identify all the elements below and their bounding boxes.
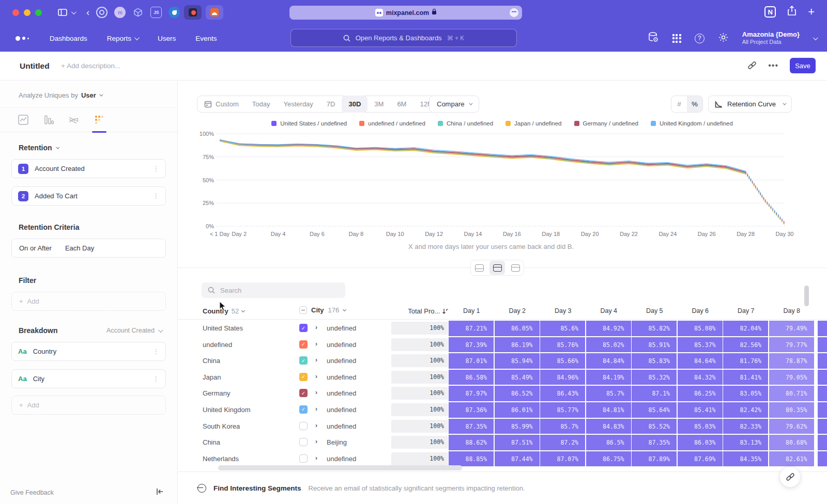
apps-grid-icon[interactable]	[672, 34, 681, 43]
range-7d[interactable]: 7D	[320, 96, 342, 113]
minimize-window-button[interactable]	[24, 9, 30, 16]
retention-cell[interactable]: 87.51%	[495, 435, 540, 450]
retention-cell[interactable]: 87.35%	[449, 419, 494, 434]
retention-cell[interactable]: 84.19%	[586, 370, 631, 385]
day-column-header[interactable]: Day 4	[586, 307, 632, 314]
expand-row-icon[interactable]: ›	[315, 356, 317, 364]
kebab-menu-icon[interactable]: ⋮	[152, 192, 159, 200]
expand-row-icon[interactable]: ›	[315, 405, 317, 413]
retention-cell[interactable]: 87.35%	[632, 435, 677, 450]
retention-cell[interactable]: 86.43%	[540, 386, 585, 401]
retention-cell[interactable]: 84.35%	[723, 451, 768, 467]
breakdown-event-selector[interactable]: Account Created	[106, 327, 162, 334]
tab-retention[interactable]	[93, 111, 106, 129]
nav-users[interactable]: Users	[158, 35, 176, 42]
tab-insights[interactable]	[17, 111, 30, 129]
kebab-menu-icon[interactable]: ⋮	[152, 375, 159, 383]
retention-cell[interactable]: 85.77%	[540, 402, 585, 418]
collapse-sidebar-icon[interactable]	[156, 488, 164, 497]
compare-button[interactable]: Compare	[429, 96, 479, 113]
retention-section-header[interactable]: Retention	[19, 144, 177, 152]
retention-cell[interactable]: 82.56%	[723, 337, 768, 353]
retention-cell[interactable]: 85.08%	[678, 321, 723, 336]
day-column-header[interactable]: Day 3	[540, 307, 586, 314]
retention-cell[interactable]: 88.85%	[449, 451, 494, 467]
day-column-header[interactable]: Day 1	[449, 307, 495, 314]
retention-cell[interactable]: 85.91%	[632, 337, 677, 353]
retention-cell[interactable]: 86.03%	[678, 435, 723, 450]
help-icon[interactable]: ?	[695, 34, 705, 43]
share-link-fab[interactable]	[779, 466, 801, 487]
expand-row-icon[interactable]: ›	[315, 324, 317, 331]
retention-cell[interactable]: 82.04%	[723, 321, 768, 336]
sidebar-toggle-icon[interactable]	[58, 9, 75, 16]
retention-cell[interactable]: 82.42%	[723, 402, 768, 418]
breakdown-property-name[interactable]: Country	[33, 348, 57, 355]
global-search[interactable]: Open Reports & Dashboards ⌘ + K	[290, 29, 517, 47]
retention-cell[interactable]: 86.52%	[495, 386, 540, 401]
mixpanel-logo-icon[interactable]	[16, 36, 29, 41]
column-city[interactable]: City 176	[299, 306, 346, 314]
breakdown-card-country[interactable]: Aa Country ⋮	[11, 342, 166, 361]
step-card-2[interactable]: 2 Added To Cart ⋮	[11, 186, 166, 206]
retention-cell[interactable]: 87.69%	[678, 451, 723, 467]
copy-link-icon[interactable]	[747, 61, 757, 70]
column-total[interactable]: Total Pro...	[391, 307, 448, 315]
close-window-button[interactable]	[12, 9, 19, 16]
row-checkbox[interactable]: ✓	[299, 373, 308, 381]
address-options-icon[interactable]: •••	[510, 8, 518, 17]
tab-flows[interactable]	[67, 111, 81, 129]
retention-cell[interactable]: 85.64%	[632, 402, 677, 418]
retention-cell[interactable]: 84.83%	[586, 419, 631, 434]
retention-cell[interactable]: 87.1%	[632, 386, 677, 401]
expand-row-icon[interactable]: ›	[315, 438, 317, 445]
legend-item[interactable]: undefined / undefined	[359, 120, 425, 127]
retention-cell[interactable]: 87.07%	[540, 451, 585, 467]
retention-cell[interactable]: 86.01%	[495, 402, 540, 418]
retention-cell[interactable]: 85.7%	[540, 419, 585, 434]
retention-cell[interactable]: 85.83%	[632, 353, 677, 369]
legend-item[interactable]: Germany / undefined	[574, 120, 638, 127]
retention-cell[interactable]: 85.52%	[632, 419, 677, 434]
retention-cell[interactable]: 85.49%	[495, 370, 540, 385]
day-column-header[interactable]: Day 6	[678, 307, 724, 314]
range-today[interactable]: Today	[246, 96, 277, 113]
retention-cell[interactable]: 81.41%	[723, 370, 768, 385]
vertical-scrollbar[interactable]	[804, 286, 809, 306]
retention-cell[interactable]: 84.84%	[586, 353, 631, 369]
retention-cell[interactable]: 87.36%	[449, 402, 494, 418]
retention-cell[interactable]: 85.76%	[540, 337, 585, 353]
expand-row-icon[interactable]: ›	[315, 340, 317, 348]
layout-table-focus-button[interactable]	[508, 261, 523, 275]
step-card-1[interactable]: 1 Account Created ⋮	[11, 159, 166, 178]
pinned-tab-patreon-icon[interactable]	[184, 5, 202, 20]
retention-cell[interactable]: 86.19%	[495, 337, 540, 353]
retention-cell[interactable]: 79.62%	[769, 419, 814, 434]
legend-item[interactable]: United Kingdom / undefined	[651, 120, 733, 127]
retention-cell[interactable]: 79.77%	[769, 337, 814, 353]
unit-percent-button[interactable]: %	[687, 96, 702, 112]
retention-cell[interactable]: 88.62%	[449, 435, 494, 450]
row-checkbox[interactable]	[299, 438, 308, 446]
notion-extension-icon[interactable]: N	[764, 6, 776, 18]
add-description[interactable]: + Add description...	[61, 62, 120, 70]
criteria-each-day[interactable]: Each Day	[65, 244, 94, 252]
kebab-menu-icon[interactable]: ⋮	[152, 348, 159, 355]
retention-cell[interactable]: 85.41%	[678, 402, 723, 418]
step-event-name[interactable]: Account Created	[35, 165, 85, 172]
favicon-bird-icon[interactable]	[169, 7, 180, 18]
criteria-card[interactable]: On or After Each Day	[11, 239, 166, 258]
row-checkbox[interactable]: ✓	[299, 389, 308, 397]
retention-cell[interactable]: 85.66%	[540, 353, 585, 369]
retention-cell[interactable]: 86.25%	[678, 386, 723, 401]
day-column-header[interactable]: Day 7	[723, 307, 769, 314]
row-checkbox[interactable]: ✓	[299, 340, 308, 349]
expand-row-icon[interactable]: ›	[315, 454, 317, 462]
pinned-tab-soundcloud-icon[interactable]	[206, 5, 223, 20]
new-tab-icon[interactable]: +	[808, 5, 815, 19]
save-button[interactable]: Save	[790, 58, 816, 73]
select-all-checkbox[interactable]	[299, 306, 307, 314]
legend-item[interactable]: Japan / undefined	[506, 120, 561, 127]
legend-item[interactable]: United States / undefined	[271, 120, 347, 127]
retention-cell[interactable]: 80.71%	[769, 386, 814, 401]
